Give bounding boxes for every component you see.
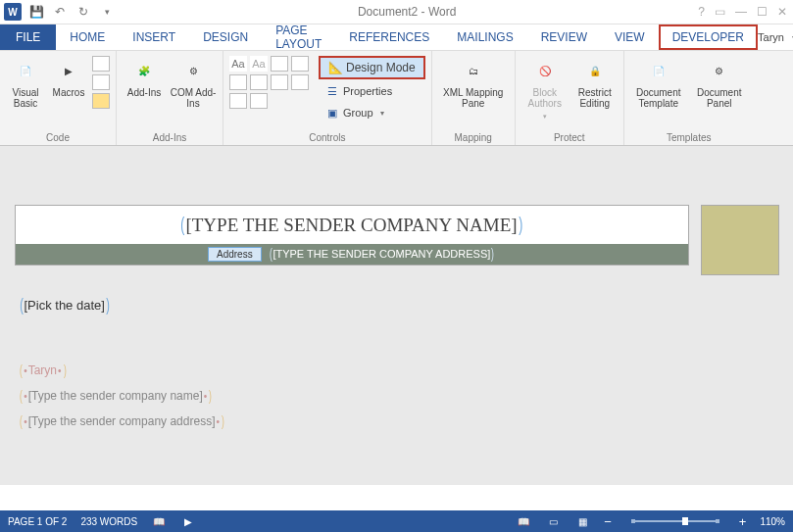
sender-company-content-control[interactable]: • [Type the sender company name] • [19,388,213,404]
xml-mapping-button[interactable]: 🗂 XML Mapping Pane [438,54,509,109]
macro-icon[interactable]: ▶ [180,514,196,528]
com-addins-icon: ⚙ [178,56,208,85]
sender-name-value: Taryn [28,363,57,377]
letterhead-header: [TYPE THE SENDER COMPANY NAME] Address [… [15,205,689,266]
rich-text-control-icon[interactable]: Aa [229,56,247,72]
visual-basic-icon: 📄 [11,56,40,85]
macros-label: Macros [53,87,85,98]
group-templates: 📄 Document Template ⚙ Document Panel Tem… [624,51,754,145]
window-controls: ? ▭ — ☐ ✕ [698,5,793,19]
sender-address-content-control[interactable]: • [Type the sender company address] • [19,413,225,429]
date-picker-control-icon[interactable] [291,74,309,90]
block-authors-label: Block Authors [521,87,569,109]
ribbon-options-icon[interactable]: ▭ [715,5,725,19]
help-icon[interactable]: ? [698,5,705,19]
cc-end-icon [105,295,111,315]
repeating-section-control-icon[interactable] [229,93,247,109]
pause-recording-icon[interactable] [92,74,110,90]
addins-icon: 🧩 [129,56,159,85]
macros-button[interactable]: ▶ Macros [49,54,88,98]
design-mode-button[interactable]: 📐 Design Mode [319,56,425,79]
picture-control-icon[interactable] [271,56,288,72]
plain-text-control-icon[interactable]: Aa [250,56,268,72]
qat-customize-icon[interactable]: ▾ [98,3,116,21]
tab-view[interactable]: VIEW [601,24,659,50]
checkbox-control-icon[interactable] [229,74,247,90]
building-block-control-icon[interactable] [291,56,309,72]
maximize-icon[interactable]: ☐ [757,5,768,19]
group-controls-label: Controls [229,130,425,145]
group-controls: Aa Aa 📐 Desig [223,51,432,145]
block-authors-button: 🚫 Block Authors ▾ [521,54,569,121]
document-panel-button[interactable]: ⚙ Document Panel [691,54,748,109]
com-addins-button[interactable]: ⚙ COM Add-Ins [170,54,217,109]
group-addins: 🧩 Add-Ins ⚙ COM Add-Ins Add-Ins [117,51,223,145]
minimize-icon[interactable]: — [735,5,747,19]
document-template-label: Document Template [630,87,687,109]
xml-mapping-icon: 🗂 [459,56,488,85]
tab-design[interactable]: DESIGN [189,24,262,50]
group-button[interactable]: ▣ Group [319,103,425,122]
cc-start-icon [19,388,24,404]
combobox-control-icon[interactable] [250,74,268,90]
restrict-editing-button[interactable]: 🔒 Restrict Editing [572,54,618,109]
addins-button[interactable]: 🧩 Add-Ins [123,54,166,98]
date-placeholder: [Pick the date] [25,298,105,313]
sender-address-placeholder: [Type the sender company address] [28,414,216,428]
title-bar: W 💾 ↶ ↻ ▾ Document2 - Word ? ▭ — ☐ ✕ [0,0,793,24]
visual-basic-button[interactable]: 📄 Visual Basic [6,54,45,109]
com-addins-label: COM Add-Ins [170,87,217,109]
zoom-out-icon[interactable]: − [604,514,612,529]
tab-file[interactable]: FILE [0,24,56,50]
properties-button[interactable]: ☰ Properties [319,81,425,101]
document-panel-label: Document Panel [691,87,748,109]
visual-basic-label: Visual Basic [6,87,45,109]
zoom-level[interactable]: 110% [760,516,785,527]
address-placeholder: [TYPE THE SENDER COMPANY ADDRESS] [273,248,490,260]
save-icon[interactable]: 💾 [27,3,45,21]
group-btn-label: Group [343,107,373,119]
read-mode-icon[interactable]: 📖 [516,514,531,528]
group-protect-label: Protect [521,130,618,145]
restrict-editing-icon: 🔒 [580,56,610,85]
tab-review[interactable]: REVIEW [527,24,601,50]
document-template-button[interactable]: 📄 Document Template [630,54,687,109]
company-name-placeholder: [TYPE THE SENDER COMPANY NAME] [185,215,517,236]
dropdown-control-icon[interactable] [271,74,288,90]
word-icon: W [4,3,22,21]
tab-home[interactable]: HOME [56,24,119,50]
record-macro-icon[interactable] [92,56,110,72]
tab-page-layout[interactable]: PAGE LAYOUT [262,24,335,50]
tab-mailings[interactable]: MAILINGS [443,24,526,50]
redo-icon[interactable]: ↻ [74,3,92,21]
cc-start-icon [179,214,186,236]
legacy-tools-icon[interactable] [250,93,268,109]
tab-insert[interactable]: INSERT [119,24,189,50]
tab-developer[interactable]: DEVELOPER [659,24,758,50]
properties-icon: ☰ [325,84,339,98]
tab-references[interactable]: REFERENCES [335,24,443,50]
company-name-content-control[interactable]: [TYPE THE SENDER COMPANY NAME] [179,214,524,236]
spellcheck-icon[interactable]: 📖 [151,514,167,528]
block-authors-icon: 🚫 [530,56,560,85]
status-bar: PAGE 1 OF 2 233 WORDS 📖 ▶ 📖 ▭ ▦ − + 110% [0,510,793,532]
macro-security-icon[interactable] [92,93,110,109]
document-area[interactable]: [TYPE THE SENDER COMPANY NAME] Address [… [0,146,793,485]
sender-name-content-control[interactable]: • Taryn • [19,363,68,378]
close-icon[interactable]: ✕ [777,5,787,19]
logo-placeholder[interactable] [701,205,779,275]
print-layout-icon[interactable]: ▭ [545,514,561,528]
web-layout-icon[interactable]: ▦ [574,514,590,528]
xml-mapping-label: XML Mapping Pane [438,87,509,109]
date-content-control[interactable]: [Pick the date] [19,295,111,315]
page-indicator[interactable]: PAGE 1 OF 2 [8,516,67,527]
undo-icon[interactable]: ↶ [51,3,69,21]
zoom-in-icon[interactable]: + [739,514,747,529]
address-content-control[interactable]: [TYPE THE SENDER COMPANY ADDRESS] [269,246,495,262]
word-count[interactable]: 233 WORDS [80,516,137,527]
user-name[interactable]: Taryn [758,31,784,43]
address-cc-tag[interactable]: Address [208,247,262,262]
zoom-slider[interactable] [631,520,719,522]
addins-label: Add-Ins [127,87,161,98]
macros-icon: ▶ [54,56,83,85]
